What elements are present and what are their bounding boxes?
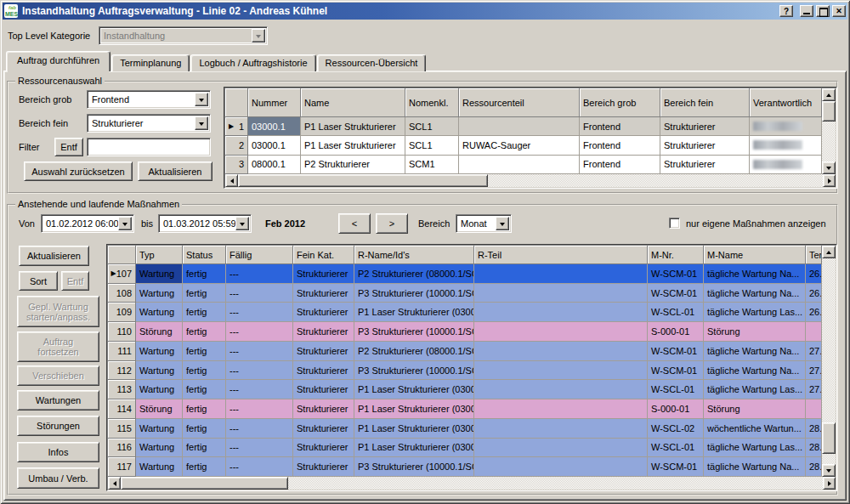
cell-ter[interactable]: 27.0 [806,361,822,381]
table-row-107[interactable]: ▶107Wartungfertig---StrukturiererP2 Stru… [108,264,822,284]
bereich-grob-combobox[interactable]: Frontend [87,90,211,109]
cell-faellig[interactable]: --- [226,361,293,381]
cell-faellig[interactable]: --- [226,457,293,477]
cell-typ[interactable]: Wartung [136,380,183,399]
cell-r-name[interactable]: P3 Strukturierer (10000.1/SC... [354,457,474,477]
cell-typ[interactable]: Wartung [136,457,183,477]
cell-ter[interactable]: 26.0 [806,303,822,322]
cell-status[interactable]: fertig [183,322,226,342]
chevron-down-icon[interactable] [496,217,509,230]
cell-r-name[interactable]: P1 Laser Strukturierer (03000... [354,419,474,439]
cell-ter[interactable]: 28.0 [806,457,822,477]
bis-datetime-combobox[interactable]: 01.03.2012 05:59 [158,214,252,233]
cell-ressourcenteil[interactable]: RUWAC-Sauger [459,136,580,155]
cell-r-teil[interactable] [474,439,648,458]
massnahmen-vertical-scrollbar[interactable] [822,246,836,477]
column-header-ter[interactable]: Ter [806,246,822,264]
row-header[interactable]: 116 [108,439,136,458]
scroll-right-icon[interactable] [823,477,836,490]
row-header[interactable]: 108 [108,284,136,303]
scroll-left-icon[interactable] [225,174,238,187]
row-header[interactable]: ▶107 [108,264,136,284]
cell-r-name[interactable]: P1 Laser Strukturierer (03000... [354,380,474,399]
cell-m-nr[interactable]: S-000-01 [648,322,704,342]
cell-m-nr[interactable]: W-SCM-01 [648,342,704,361]
column-header-selector[interactable] [225,88,248,117]
cell-fein-kat[interactable]: Strukturierer [293,264,354,284]
row-header[interactable]: 113 [108,380,136,399]
previous-month-button[interactable]: < [338,213,371,234]
row-header[interactable]: 2 [225,136,248,155]
cell-m-name[interactable]: tägliche Wartung Las... [704,303,806,322]
massnahmen-horizontal-scrollbar[interactable] [108,477,836,490]
cell-faellig[interactable]: --- [226,419,293,439]
column-header-name[interactable]: Name [301,88,405,117]
cell-r-teil[interactable] [474,322,648,342]
cell-bereich-fein[interactable]: Strukturierer [660,156,750,174]
cell-fein-kat[interactable]: Strukturierer [293,439,354,458]
cell-typ[interactable]: Wartung [136,342,183,361]
cell-r-teil[interactable] [474,361,648,381]
cell-status[interactable]: fertig [183,457,226,477]
cell-verantwortlich[interactable] [750,156,822,174]
cell-ter[interactable]: 28.0 [806,439,822,458]
cell-name[interactable]: P2 Strukturierer [301,156,405,174]
bereich-combobox[interactable]: Monat [456,214,512,233]
cell-m-name[interactable]: tägliche Wartung Na... [704,361,806,381]
table-row-109[interactable]: 109Wartungfertig---StrukturiererP1 Laser… [108,303,822,322]
tab-logbuch-auftragshistorie[interactable]: Logbuch / Auftragshistorie [190,54,315,71]
row-header[interactable]: 111 [108,342,136,361]
cell-fein-kat[interactable]: Strukturierer [293,399,354,419]
cell-r-teil[interactable] [474,303,648,322]
cell-bereich-grob[interactable]: Frontend [580,156,660,174]
cell-r-teil[interactable] [474,342,648,361]
nur-eigene-checkbox[interactable] [669,218,680,229]
cell-m-nr[interactable]: W-SCL-02 [648,419,704,439]
cell-r-teil[interactable] [474,419,648,439]
cell-r-teil[interactable] [474,284,648,303]
cell-nummer[interactable]: 08000.1 [248,156,301,174]
cell-nummer[interactable]: 03000.1 [248,117,301,136]
cell-r-teil[interactable] [474,380,648,399]
cell-nummer[interactable]: 03000.1 [248,136,301,155]
resource-vertical-scrollbar[interactable] [822,88,836,174]
cell-typ[interactable]: Wartung [136,284,183,303]
cell-m-nr[interactable]: W-SCM-01 [648,361,704,381]
cell-r-name[interactable]: P2 Strukturierer (08000.1/SC... [354,264,474,284]
auftrag-fortsetzen-button[interactable]: Auftrag fortsetzen [17,331,99,362]
cell-bereich-grob[interactable]: Frontend [580,117,660,136]
cell-ter[interactable]: 27.0 [806,342,822,361]
cell-r-name[interactable]: P3 Strukturierer (10000.1/SC... [354,284,474,303]
cell-typ[interactable]: Störung [136,322,183,342]
row-header[interactable]: 112 [108,361,136,381]
cell-typ[interactable]: Störung [136,399,183,419]
column-header-bereich-grob[interactable]: Bereich grob [580,88,660,117]
cell-m-name[interactable]: Störung [704,322,806,342]
cell-m-nr[interactable]: W-SCL-01 [648,439,704,458]
cell-m-name[interactable]: tägliche Wartung Na... [704,264,806,284]
chevron-down-icon[interactable] [235,217,249,230]
table-row-111[interactable]: 111Wartungfertig---StrukturiererP2 Struk… [108,342,822,361]
cell-ter[interactable] [806,399,822,419]
bereich-fein-combobox[interactable]: Strukturierer [87,114,211,133]
cell-ter[interactable]: 26.0 [806,284,822,303]
column-header-ressourcenteil[interactable]: Ressourcenteil [459,88,580,117]
next-month-button[interactable]: > [376,213,408,234]
gepl-wartung-starten-button[interactable]: Gepl. Wartung starten/anpass. [17,296,99,327]
chevron-down-icon[interactable] [195,116,208,130]
column-header-nummer[interactable]: Nummer [248,88,301,117]
cell-typ[interactable]: Wartung [136,303,183,322]
table-row-110[interactable]: 110Störungfertig---StrukturiererP3 Struk… [108,322,822,342]
column-header-bereich-fein[interactable]: Bereich fein [660,88,750,117]
column-header-typ[interactable]: Typ [136,246,183,264]
cell-m-name[interactable]: tägliche Wartung Na... [704,284,806,303]
cell-verantwortlich[interactable] [750,136,822,155]
cell-bereich-grob[interactable]: Frontend [580,136,660,155]
auswahl-zuruecksetzen-button[interactable]: Auswahl zurücksetzen [24,161,133,181]
cell-faellig[interactable]: --- [226,303,293,322]
cell-m-name[interactable]: tägliche Wartung Na... [704,457,806,477]
tab-auftrag-durchfuehren[interactable]: Auftrag durchführen [6,51,110,71]
row-header[interactable]: 114 [108,399,136,419]
cell-nomenkl[interactable]: SCL1 [405,136,459,155]
cell-status[interactable]: fertig [183,342,226,361]
